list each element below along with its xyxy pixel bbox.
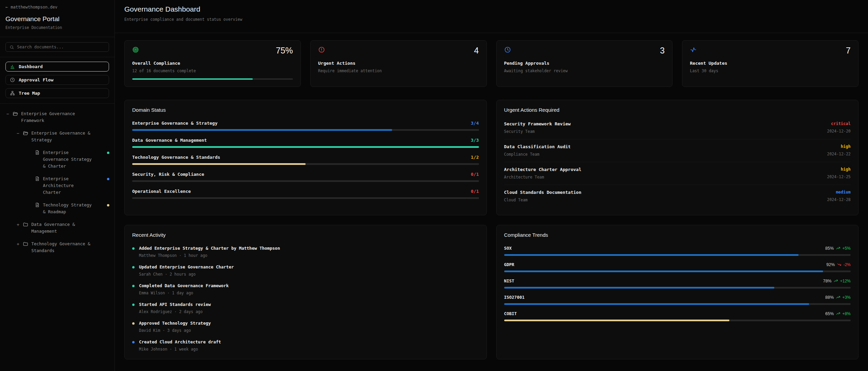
- target-icon: [132, 46, 139, 53]
- action-team: Compliance Team: [504, 152, 571, 157]
- progress-fill: [504, 303, 809, 305]
- panel-title: Recent Activity: [132, 232, 479, 238]
- domain-row-security-risk-compliance: Security, Risk & Compliance 0/1: [132, 172, 479, 182]
- domain-row-data-governance-management: Data Governance & Management 3/3: [132, 138, 479, 148]
- trend-label: COBIT: [504, 311, 517, 316]
- activity-item: Updated Enterprise Governance Charter Sa…: [132, 264, 479, 277]
- progress-track: [132, 180, 479, 182]
- search-box[interactable]: [5, 42, 109, 52]
- activity-meta: David Kim · 3 days ago: [139, 328, 211, 333]
- tree-item-enterprise-governance-strategy-charter[interactable]: Enterprise Governance Strategy & Charter: [0, 149, 114, 170]
- action-team: Cloud Team: [504, 198, 582, 202]
- activity-item: Created Cloud Architecture draft Mike Jo…: [132, 339, 479, 352]
- due-date: 2024-12-20: [827, 129, 851, 134]
- action-title: Cloud Standards Documentation: [504, 190, 582, 195]
- trend-row-sox: SOX 85% +5%: [504, 246, 851, 256]
- tree-item-label: Enterprise Governance Framework: [21, 110, 88, 124]
- stat-card-recent-updates: 7 Recent Updates Last 30 days: [682, 40, 858, 87]
- tree-item-enterprise-governance-strategy[interactable]: − Enterprise Governance & Strategy: [0, 130, 114, 143]
- trend-percent: 65%: [825, 311, 834, 316]
- stat-value: 7: [846, 46, 851, 55]
- tree-item-technology-governance-standards[interactable]: + Technology Governance & Standards: [0, 241, 114, 254]
- severity-badge: critical: [827, 121, 851, 126]
- trend-label: NIST: [504, 278, 514, 283]
- nav-item-approval-flow[interactable]: Approval Flow: [5, 75, 109, 85]
- tree-item-data-governance-management[interactable]: + Data Governance & Management: [0, 221, 114, 235]
- tree-item-enterprise-architecture-charter[interactable]: Enterprise Architecture Charter: [0, 175, 114, 196]
- tree-item-enterprise-governance-framework[interactable]: − Enterprise Governance Framework: [0, 110, 114, 124]
- nav-item-dashboard[interactable]: Dashboard: [5, 62, 109, 72]
- activity-title: Started API Standards review: [139, 302, 211, 307]
- progress-track: [504, 254, 851, 256]
- main: Governance Dashboard Enterprise complian…: [115, 0, 868, 371]
- stat-value: 75%: [276, 46, 293, 55]
- expand-toggle-icon[interactable]: +: [16, 241, 20, 248]
- progress-track: [504, 287, 851, 289]
- activity-dot: [132, 341, 135, 343]
- collapse-toggle-icon[interactable]: −: [5, 111, 10, 118]
- trend-percent: 85%: [825, 246, 834, 251]
- domain-label: Data Governance & Management: [132, 138, 207, 143]
- activity-meta: Mike Johnson · 1 week ago: [139, 347, 221, 352]
- activity-dot: [132, 266, 135, 268]
- urgent-action-architecture-charter-approval[interactable]: Architecture Charter Approval Architectu…: [504, 162, 851, 185]
- action-team: Architecture Team: [504, 175, 582, 180]
- stat-sublabel: 12 of 16 documents complete: [132, 68, 293, 73]
- trend-percent: 88%: [825, 295, 834, 300]
- stat-sublabel: Last 30 days: [690, 68, 851, 73]
- folder-open-icon: [23, 130, 28, 136]
- activity-dot: [132, 247, 135, 250]
- progress-fill: [504, 270, 823, 272]
- nav-item-label: Dashboard: [19, 64, 43, 69]
- activity-meta: Alex Rodriguez · 2 days ago: [139, 309, 211, 314]
- back-label: matthewthompson.dev: [11, 5, 57, 10]
- urgent-action-cloud-standards-documentation[interactable]: Cloud Standards Documentation Cloud Team…: [504, 185, 851, 207]
- progress-track: [132, 129, 479, 131]
- activity-meta: Sarah Chen · 2 hours ago: [139, 272, 234, 277]
- stat-label: Recent Updates: [690, 61, 851, 66]
- page-header: Governance Dashboard Enterprise complian…: [115, 0, 868, 33]
- collapse-toggle-icon[interactable]: −: [16, 130, 20, 137]
- tree-item-label: Technology Governance & Standards: [31, 241, 98, 254]
- trend-change: +8%: [842, 311, 851, 316]
- urgent-action-security-framework-review[interactable]: Security Framework Review Security Team …: [504, 121, 851, 139]
- domain-label: Operational Excellence: [132, 189, 191, 194]
- back-link[interactable]: ← matthewthompson.dev: [5, 5, 109, 10]
- tree-item-technology-strategy-roadmap[interactable]: Technology Strategy & Roadmap: [0, 202, 114, 215]
- trend-row-nist: NIST 78% +12%: [504, 278, 851, 289]
- alert-circle-icon: [318, 46, 325, 53]
- trend-change: +5%: [842, 246, 851, 251]
- progress-track: [504, 270, 851, 272]
- tree-item-label: Technology Strategy & Roadmap: [43, 202, 94, 215]
- due-date: 2024-12-22: [827, 152, 851, 156]
- activity-icon: [690, 46, 697, 53]
- stat-value: 3: [660, 46, 665, 55]
- sidebar-nav: Dashboard Approval Flow Tree Map: [0, 57, 114, 104]
- stat-card-urgent-actions: 4 Urgent Actions Require immediate atten…: [310, 40, 487, 87]
- progress-fill: [132, 78, 253, 80]
- document-tree: − Enterprise Governance Framework − Ente…: [0, 104, 114, 371]
- progress-fill: [504, 320, 729, 321]
- back-arrow-icon: ←: [5, 5, 8, 10]
- stat-card-overall-compliance: 75% Overall Compliance 12 of 16 document…: [124, 40, 301, 87]
- search-icon: [10, 45, 14, 49]
- bar-chart-icon: [10, 64, 15, 69]
- activity-dot: [132, 322, 135, 325]
- stat-sublabel: Awaiting stakeholder review: [504, 68, 665, 73]
- search-input[interactable]: [17, 45, 105, 49]
- folder-icon: [23, 241, 28, 247]
- urgent-action-data-classification-audit[interactable]: Data Classification Audit Compliance Tea…: [504, 139, 851, 162]
- domain-label: Security, Risk & Compliance: [132, 172, 204, 177]
- expand-toggle-icon[interactable]: +: [16, 221, 20, 229]
- activity-title: Updated Enterprise Governance Charter: [139, 264, 234, 269]
- stat-label: Urgent Actions: [318, 61, 479, 66]
- page-title: Governance Dashboard: [124, 5, 858, 13]
- nav-item-tree-map[interactable]: Tree Map: [5, 88, 109, 98]
- trending-up-icon: [836, 311, 840, 316]
- severity-badge: medium: [827, 190, 851, 195]
- status-dot: [107, 178, 109, 180]
- trend-change: -2%: [843, 262, 851, 267]
- action-title: Security Framework Review: [504, 121, 571, 126]
- page-subtitle: Enterprise compliance and document statu…: [124, 17, 858, 22]
- status-dot: [107, 204, 109, 206]
